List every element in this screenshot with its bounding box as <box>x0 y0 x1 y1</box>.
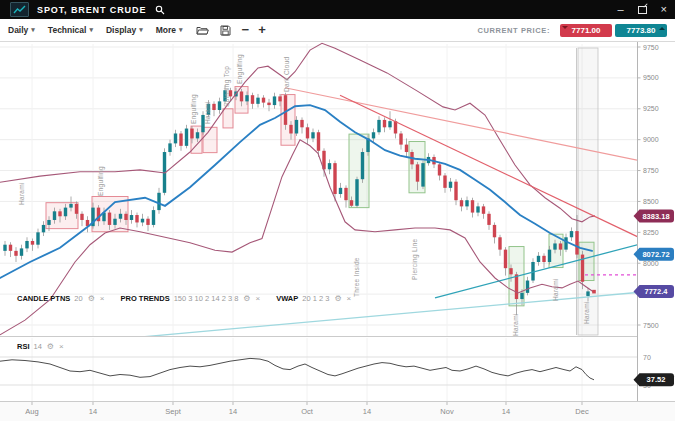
indicator-name: VWAP <box>276 294 298 303</box>
svg-text:Oct: Oct <box>301 407 314 416</box>
search-icon[interactable] <box>155 5 165 15</box>
svg-text:Harami: Harami <box>18 182 25 205</box>
indicator-params: 14 <box>34 342 42 351</box>
svg-text:Engulfing: Engulfing <box>97 166 105 196</box>
indicator-rsi: RSI14⚙× <box>17 342 64 351</box>
svg-text:Nov: Nov <box>440 407 454 416</box>
chevron-down-icon: ▾ <box>139 26 143 34</box>
svg-text:14: 14 <box>363 407 371 416</box>
restore-button[interactable] <box>638 4 647 15</box>
svg-text:Sept: Sept <box>165 407 181 416</box>
chart-area: HaramiEngulfingEngulfingHaramiSpinning T… <box>0 42 675 421</box>
svg-text:Harami: Harami <box>552 278 559 301</box>
indicator-candle-ptns: CANDLE PTNS20⚙× <box>17 294 105 303</box>
svg-text:8250: 8250 <box>643 229 659 236</box>
svg-text:7500: 7500 <box>643 322 659 329</box>
open-file-icon[interactable] <box>196 25 209 35</box>
arrow-up-icon <box>659 24 665 30</box>
ask-price-badge: 7773.80 <box>615 24 667 37</box>
chevron-down-icon: ▾ <box>179 26 183 34</box>
close-icon[interactable]: × <box>347 294 352 303</box>
svg-text:8000: 8000 <box>643 260 659 267</box>
price-chart[interactable]: HaramiEngulfingEngulfingHaramiSpinning T… <box>0 42 675 421</box>
indicator-pro-trends: PRO TRENDS150 3 10 2 14 2 3 8⚙× <box>121 294 261 303</box>
bid-price-badge: 7771.00 <box>560 24 612 37</box>
svg-text:Harami: Harami <box>204 101 211 124</box>
svg-text:70: 70 <box>643 354 651 361</box>
svg-text:Engulfing: Engulfing <box>190 94 198 124</box>
close-button[interactable]: × <box>661 4 667 15</box>
svg-text:Harami: Harami <box>583 301 590 324</box>
svg-text:14: 14 <box>502 407 510 416</box>
close-icon[interactable]: × <box>100 294 105 303</box>
svg-text:Spinning Top: Spinning Top <box>223 66 231 107</box>
app-logo-icon <box>10 2 29 17</box>
indicator-name: PRO TRENDS <box>121 294 170 303</box>
zoom-in-button[interactable]: + <box>258 24 266 36</box>
indicator-name: RSI <box>17 342 30 351</box>
svg-text:14: 14 <box>89 407 97 416</box>
svg-text:Three Inside: Three Inside <box>353 257 360 297</box>
close-icon[interactable]: × <box>59 342 64 351</box>
toolbar: Daily▾ Technical▾ Display▾ More▾ − + CUR… <box>0 19 675 42</box>
indicator-params: 20 <box>74 294 82 303</box>
symbol-title: SPOT, BRENT CRUDE <box>37 5 146 15</box>
svg-text:9750: 9750 <box>643 44 659 51</box>
svg-text:Dark Cloud: Dark Cloud <box>283 56 290 92</box>
indicator-legend: CANDLE PTNS20⚙×PRO TRENDS150 3 10 2 14 2… <box>17 294 367 303</box>
zoom-out-button[interactable]: − <box>242 24 250 36</box>
gear-icon[interactable]: ⚙ <box>334 294 341 303</box>
svg-text:Harami: Harami <box>512 313 519 336</box>
rsi-legend: RSI14⚙× <box>17 342 80 351</box>
svg-text:37.52: 37.52 <box>647 375 666 384</box>
title-bar: SPOT, BRENT CRUDE – × <box>0 0 675 19</box>
chevron-down-icon: ▾ <box>31 26 35 34</box>
menu-display[interactable]: Display▾ <box>106 25 143 35</box>
arrow-down-icon <box>562 26 568 32</box>
current-price-label: CURRENT PRICE: <box>477 26 550 35</box>
menu-daily[interactable]: Daily▾ <box>8 25 35 35</box>
gear-icon[interactable]: ⚙ <box>88 294 95 303</box>
svg-text:8383.18: 8383.18 <box>642 212 669 221</box>
menu-more[interactable]: More▾ <box>156 25 183 35</box>
svg-text:9250: 9250 <box>643 105 659 112</box>
indicator-params: 150 3 10 2 14 2 3 8 <box>174 294 239 303</box>
svg-text:7772.4: 7772.4 <box>645 287 669 296</box>
indicator-vwap: VWAP20 1 2 3⚙× <box>276 294 351 303</box>
indicator-params: 20 1 2 3 <box>302 294 329 303</box>
svg-text:Aug: Aug <box>25 407 38 416</box>
gear-icon[interactable]: ⚙ <box>47 342 54 351</box>
menu-technical[interactable]: Technical▾ <box>48 25 93 35</box>
close-icon[interactable]: × <box>256 294 261 303</box>
svg-text:Piercing Line: Piercing Line <box>411 238 419 280</box>
svg-text:Engulfing: Engulfing <box>236 54 244 84</box>
indicator-name: CANDLE PTNS <box>17 294 70 303</box>
svg-text:9000: 9000 <box>643 136 659 143</box>
minimize-button[interactable]: – <box>617 4 623 15</box>
chevron-down-icon: ▾ <box>89 26 93 34</box>
svg-text:8750: 8750 <box>643 167 659 174</box>
svg-text:8500: 8500 <box>643 198 659 205</box>
svg-text:14: 14 <box>229 407 237 416</box>
svg-text:9500: 9500 <box>643 74 659 81</box>
svg-text:8072.72: 8072.72 <box>642 250 669 259</box>
gear-icon[interactable]: ⚙ <box>243 294 250 303</box>
save-icon[interactable] <box>220 25 231 36</box>
svg-text:Dec: Dec <box>575 407 589 416</box>
trading-app-window: SPOT, BRENT CRUDE – × Daily▾ Technical▾ … <box>0 0 675 421</box>
